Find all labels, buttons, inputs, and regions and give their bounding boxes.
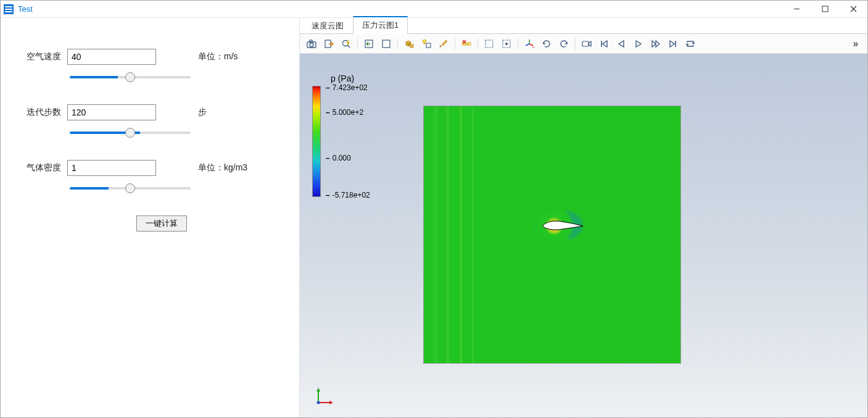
parameter-panel: 空气速度 单位：m/s 迭代步数 步 气体密度 单位：kg/m3 一键计算 <box>1 18 299 417</box>
density-unit: 单位：kg/m3 <box>198 162 247 173</box>
camera-icon[interactable] <box>304 36 320 52</box>
svg-marker-37 <box>316 388 320 391</box>
iterations-label: 迭代步数 <box>19 107 61 118</box>
svg-point-28 <box>505 43 508 45</box>
svg-rect-3 <box>5 11 12 12</box>
svg-point-40 <box>317 401 320 404</box>
density-slider[interactable] <box>70 187 191 190</box>
airfoil-shape <box>541 219 584 233</box>
toolbar-separator <box>357 38 358 50</box>
color-bar <box>312 86 321 197</box>
svg-rect-26 <box>486 40 493 48</box>
search-zap-icon[interactable] <box>338 36 354 52</box>
toolbar-separator <box>397 38 398 50</box>
minimize-button[interactable] <box>782 1 811 18</box>
tick-label: 0.000 <box>333 154 351 162</box>
close-button[interactable] <box>839 1 867 18</box>
toolbar-separator <box>518 38 518 50</box>
svg-marker-39 <box>329 401 333 404</box>
pressure-field <box>423 106 681 364</box>
iterations-input[interactable] <box>67 104 156 120</box>
tab-bar: 速度云图 压力云图1 <box>300 18 867 34</box>
select-rect-icon[interactable] <box>481 36 497 52</box>
select-all-icon[interactable] <box>498 36 515 52</box>
toolbar-separator <box>477 38 478 50</box>
maximize-button[interactable] <box>811 1 839 18</box>
iterations-unit: 步 <box>198 107 207 118</box>
density-label: 气体密度 <box>19 162 61 173</box>
svg-rect-16 <box>410 44 413 48</box>
tab-velocity[interactable]: 速度云图 <box>302 17 353 34</box>
svg-rect-5 <box>822 6 828 12</box>
play-ff-icon[interactable] <box>648 36 664 52</box>
svg-rect-15 <box>382 40 390 48</box>
cubes-icon[interactable] <box>401 36 417 52</box>
svg-rect-1 <box>5 6 12 7</box>
color-legend: p (Pa) 7.423e+02 5.000e+2 0.000 -5.718e+… <box>312 73 370 197</box>
tick-label: 5.000e+2 <box>333 108 363 117</box>
lightbulb-cube-icon[interactable] <box>418 36 434 52</box>
ruler-cross-icon[interactable] <box>458 36 474 52</box>
svg-rect-33 <box>582 41 589 46</box>
air-velocity-input[interactable] <box>67 49 156 65</box>
axis-gizmo-icon <box>315 385 334 405</box>
svg-point-17 <box>423 40 426 43</box>
legend-title: p (Pa) <box>331 73 370 83</box>
window-title: Test <box>18 4 782 14</box>
play-icon[interactable] <box>630 36 647 52</box>
tab-pressure[interactable]: 压力云图1 <box>353 16 408 34</box>
tick-label: -5.718e+02 <box>333 191 370 199</box>
svg-line-31 <box>526 44 529 46</box>
visualization-panel: 速度云图 压力云图1 x <box>299 18 867 417</box>
toolbar-separator <box>455 38 455 50</box>
skip-first-icon[interactable] <box>596 36 612 52</box>
tick-label: 7.423e+02 <box>333 83 368 92</box>
play-rev-icon[interactable] <box>613 36 629 52</box>
title-bar: Test <box>1 1 867 18</box>
camera-record-icon[interactable] <box>579 36 595 52</box>
loop-icon[interactable] <box>682 36 698 52</box>
air-velocity-slider[interactable] <box>70 76 191 78</box>
svg-point-12 <box>343 40 349 46</box>
box-back-icon[interactable] <box>361 36 377 52</box>
svg-rect-18 <box>424 43 425 44</box>
toolbar-overflow-icon[interactable]: » <box>848 36 864 52</box>
viewport-3d[interactable]: p (Pa) 7.423e+02 5.000e+2 0.000 -5.718e+… <box>300 54 867 417</box>
svg-rect-19 <box>426 43 431 48</box>
toolbar-separator <box>575 38 576 50</box>
export-icon[interactable] <box>321 36 337 52</box>
viewport-toolbar: x » <box>300 34 867 54</box>
brush-icon[interactable] <box>436 36 452 52</box>
app-icon <box>3 4 14 15</box>
air-velocity-label: 空气速度 <box>19 51 61 62</box>
legend-ticks: 7.423e+02 5.000e+2 0.000 -5.718e+02 <box>326 86 370 197</box>
svg-rect-10 <box>310 40 312 42</box>
axis-xyz-icon[interactable]: x <box>521 36 537 52</box>
svg-point-9 <box>310 43 313 46</box>
box-blank-icon[interactable] <box>378 36 394 52</box>
rotate-ccw-icon[interactable] <box>539 36 555 52</box>
density-input[interactable] <box>67 160 156 176</box>
air-velocity-unit: 单位：m/s <box>198 51 238 62</box>
svg-rect-2 <box>5 9 12 10</box>
calculate-button[interactable]: 一键计算 <box>136 215 187 232</box>
rotate-cw-icon[interactable] <box>556 36 572 52</box>
iterations-slider[interactable] <box>70 132 191 134</box>
skip-last-icon[interactable] <box>665 36 681 52</box>
svg-line-13 <box>348 45 350 48</box>
svg-text:x: x <box>532 45 534 49</box>
